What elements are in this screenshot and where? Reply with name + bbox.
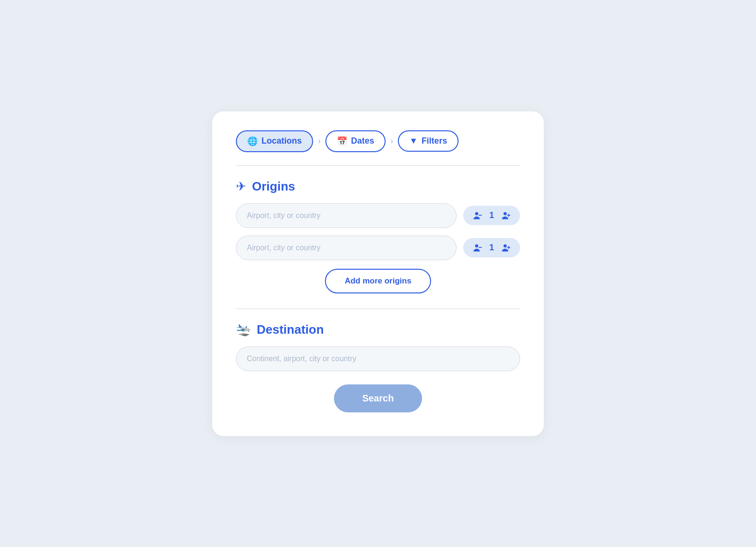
- tab-separator-2: ›: [390, 136, 393, 146]
- passenger-increase-1[interactable]: [501, 211, 511, 220]
- tab-dates-label: Dates: [351, 136, 374, 146]
- origin-row-2: 1: [236, 236, 520, 260]
- svg-point-0: [475, 212, 478, 215]
- origins-title: Origins: [252, 179, 295, 194]
- calendar-icon: 📅: [337, 136, 347, 146]
- passenger-count-1: 1: [487, 210, 496, 220]
- filter-icon: ▼: [409, 136, 418, 146]
- person-plus-icon: [501, 211, 511, 220]
- add-origins-button[interactable]: Add more origins: [325, 269, 432, 293]
- landing-icon: 🛬: [236, 322, 251, 337]
- person-plus-icon-2: [501, 243, 511, 253]
- origin-row-1: 1: [236, 203, 520, 228]
- passenger-decrease-2[interactable]: [473, 243, 482, 253]
- tab-filters-label: Filters: [422, 136, 447, 146]
- tab-separator-1: ›: [318, 136, 321, 146]
- person-minus-icon-2: [473, 243, 482, 253]
- origin-input-2[interactable]: [236, 236, 457, 260]
- tab-filters[interactable]: ▼ Filters: [398, 130, 459, 152]
- tab-locations-label: Locations: [261, 136, 302, 146]
- svg-point-7: [504, 244, 507, 247]
- globe-icon: 🌐: [247, 136, 258, 146]
- section-divider: [236, 309, 520, 309]
- main-card: 🌐 Locations › 📅 Dates › ▼ Filters ✈ Orig…: [212, 111, 544, 436]
- search-button[interactable]: Search: [334, 384, 423, 412]
- svg-point-5: [475, 244, 478, 247]
- destination-title: Destination: [257, 322, 324, 337]
- origin-input-1[interactable]: [236, 203, 457, 228]
- destination-row: [236, 346, 520, 371]
- passenger-control-1: 1: [463, 206, 520, 225]
- takeoff-icon: ✈: [236, 179, 246, 194]
- person-minus-icon: [473, 211, 482, 220]
- passenger-increase-2[interactable]: [501, 243, 511, 253]
- destination-heading: 🛬 Destination: [236, 322, 520, 337]
- top-divider: [236, 165, 520, 166]
- destination-input[interactable]: [236, 346, 520, 371]
- passenger-count-2: 1: [487, 243, 496, 253]
- passenger-control-2: 1: [463, 238, 520, 257]
- passenger-decrease-1[interactable]: [473, 211, 482, 220]
- nav-tabs: 🌐 Locations › 📅 Dates › ▼ Filters: [236, 130, 520, 152]
- tab-locations[interactable]: 🌐 Locations: [236, 130, 313, 152]
- tab-dates[interactable]: 📅 Dates: [325, 130, 386, 152]
- origins-heading: ✈ Origins: [236, 179, 520, 194]
- svg-point-2: [504, 212, 507, 215]
